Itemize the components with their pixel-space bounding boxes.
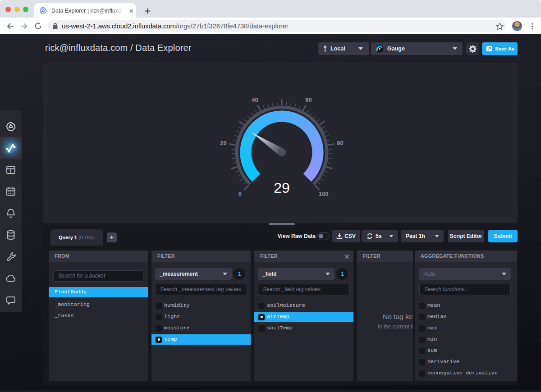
svg-text:40: 40 (252, 96, 258, 103)
svg-text:80: 80 (337, 140, 343, 146)
svg-text:100: 100 (319, 191, 329, 197)
svg-text:29: 29 (274, 180, 290, 196)
svg-text:60: 60 (305, 96, 312, 103)
svg-text:20: 20 (220, 140, 226, 146)
svg-text:0: 0 (238, 191, 242, 197)
